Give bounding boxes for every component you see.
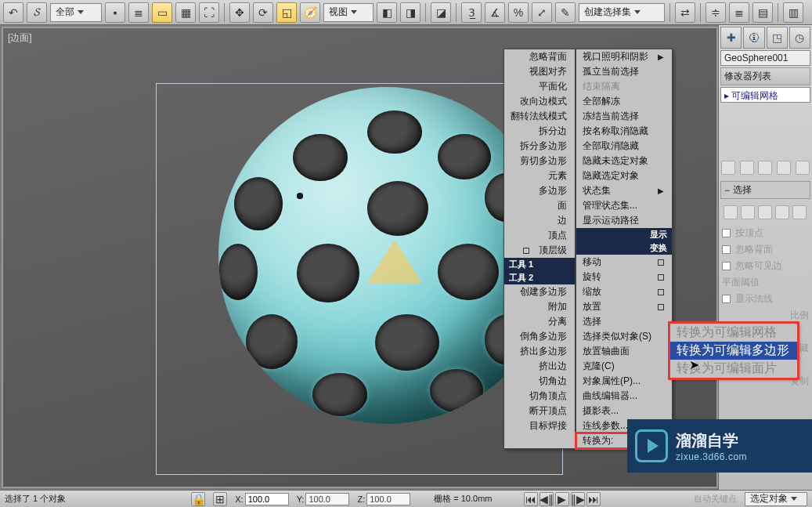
pivot2-icon[interactable]: ◨ [400,2,420,23]
make-unique-icon[interactable] [758,161,772,175]
abs-mode-icon[interactable]: ⊞ [213,492,227,506]
context-menu-item[interactable]: 边 [504,213,575,228]
vertex-subobj-icon[interactable] [724,205,738,219]
show-end-icon[interactable] [740,161,754,175]
named-set-dropdown[interactable]: 创建选择集 [579,3,665,22]
goto-end-icon[interactable]: ⏭ [586,492,601,506]
ribbon-icon[interactable]: ▥ [783,2,803,23]
context-menu-item[interactable]: 选择类似对象(S) [576,329,672,344]
context-menu-item[interactable]: 放置轴曲面 [576,344,672,359]
context-menu-item[interactable]: 多边形 [504,183,575,198]
angle-snap-icon[interactable]: ∡ [485,2,505,23]
context-menu-item[interactable]: 转换为可编辑网格 [670,324,797,342]
context-menu-item[interactable]: 视口照明和阴影▶ [576,49,672,64]
poly-subobj-icon[interactable] [775,205,789,219]
context-menu-item[interactable]: 附加 [504,299,575,314]
spinner-snap-icon[interactable]: ⤢ [532,2,552,23]
context-menu-item[interactable]: 改向边模式 [504,94,575,109]
remove-mod-icon[interactable] [777,161,791,175]
refcoord-dropdown[interactable]: 视图 [323,3,374,22]
select-window-icon[interactable]: ▦ [175,2,196,23]
context-menu-item[interactable]: 顶层级 [504,243,575,258]
mirror-icon[interactable]: ⇄ [675,2,695,23]
context-menu-item[interactable]: 缩放 [576,284,672,299]
context-menu-item[interactable]: 目标焊接 [504,418,575,433]
motion-tab-icon[interactable]: ◷ [789,27,810,49]
context-menu-item[interactable]: 旋转 [576,270,672,284]
hierarchy-tab-icon[interactable]: ◳ [767,27,788,49]
context-menu-item[interactable]: 选择 [576,314,672,329]
scope-dropdown[interactable]: 全部 [50,3,102,22]
z-input[interactable] [366,493,410,505]
edit-named-icon[interactable]: ✎ [555,2,576,23]
context-menu-item[interactable]: 全部解冻 [576,94,672,109]
move-icon[interactable]: ✥ [229,2,250,23]
context-menu-item[interactable]: 管理状态集... [576,198,672,213]
by-vertex-checkbox[interactable] [722,229,731,237]
modify-tab-icon[interactable]: 🛈 [743,27,764,49]
auto-key-button[interactable]: 自动关键点 [694,493,737,505]
context-menu-item[interactable]: 视图对齐 [504,64,575,79]
next-frame-icon[interactable]: ∥▶ [571,492,585,506]
context-menu-item[interactable]: 隐藏未选定对象 [576,154,672,168]
face-subobj-icon[interactable] [758,205,772,219]
undo-icon[interactable]: ↶ [3,2,23,23]
context-menu-item[interactable]: 曲线编辑器... [576,389,672,404]
context-menu-item[interactable]: 切角边 [504,374,575,389]
y-input[interactable] [305,493,349,505]
context-menu-item[interactable]: 翻转法线模式 [504,109,575,124]
scale-icon[interactable]: ◱ [276,2,297,23]
context-menu-item[interactable]: 倒角多边形 [504,329,575,344]
context-menu-item[interactable]: 切角顶点 [504,389,575,404]
ignore-backface-checkbox[interactable] [722,245,731,254]
context-menu-item[interactable]: 结束隔离 [576,79,672,94]
create-tab-icon[interactable]: ✚ [720,27,742,49]
context-menu-item[interactable]: 剪切多边形 [504,154,575,168]
snap3-icon[interactable]: 3̲ [461,2,482,23]
context-menu-item[interactable]: 隐藏选定对象 [576,168,672,183]
key-filters-dropdown[interactable]: 选定对象 [745,492,807,506]
place-icon[interactable]: 🧭 [300,2,320,23]
context-menu-item[interactable]: 全部取消隐藏 [576,139,672,154]
context-menu-item[interactable]: 克隆(C) [576,359,672,374]
select-rect-icon[interactable]: ▭ [152,2,172,23]
context-menu-item[interactable]: 状态集▶ [576,183,672,198]
transform-gizmo[interactable] [363,232,426,295]
select-crossing-icon[interactable]: ⛶ [199,2,219,23]
rotate-icon[interactable]: ⟳ [253,2,273,23]
context-menu-item[interactable]: 拆分边 [504,124,575,139]
context-menu-item[interactable]: 摄影表... [576,404,672,418]
goto-start-icon[interactable]: ⏮ [524,492,538,506]
pin-stack-icon[interactable] [721,161,735,175]
manip-icon[interactable]: ◪ [431,2,451,23]
context-menu-item[interactable]: 拆分多边形 [504,139,575,154]
scene-explorer-icon[interactable]: ▤ [752,2,773,23]
align-icon[interactable]: ≑ [706,2,726,23]
context-menu-item[interactable]: 面 [504,198,575,213]
context-menu-item[interactable]: 挤出边 [504,359,575,374]
select-object-icon[interactable]: ▪ [105,2,125,23]
context-menu-item[interactable]: 忽略背面 [504,49,575,64]
percent-snap-icon[interactable]: % [508,2,529,23]
context-menu-item[interactable]: 分离 [504,314,575,329]
play-icon[interactable]: ▶ [555,492,569,506]
pivot-icon[interactable]: ◧ [377,2,397,23]
context-menu-item[interactable]: 按名称取消隐藏 [576,124,672,139]
context-menu-item[interactable]: 冻结当前选择 [576,109,672,124]
context-menu-item[interactable]: 放置 [576,299,672,314]
element-subobj-icon[interactable] [792,205,807,219]
modifier-list-dropdown[interactable]: 修改器列表 [720,67,810,85]
context-menu-item[interactable]: 显示运动路径 [576,213,672,228]
context-menu-item[interactable]: 顶点 [504,228,575,243]
ignore-visible-checkbox[interactable] [722,262,731,270]
context-menu-item[interactable]: 孤立当前选择 [576,64,672,79]
context-menu-item[interactable]: 对象属性(P)... [576,374,672,389]
show-normals-checkbox[interactable] [722,295,731,303]
layers-icon[interactable]: ≣ [729,2,749,23]
configure-icon[interactable] [796,161,810,175]
context-menu-item[interactable]: 断开顶点 [504,404,575,418]
selection-rollout-header[interactable]: − 选择 [720,181,810,199]
context-menu-item[interactable]: 元素 [504,168,575,183]
prev-frame-icon[interactable]: ◀∥ [540,492,554,506]
select-name-icon[interactable]: ≣ [128,2,149,23]
